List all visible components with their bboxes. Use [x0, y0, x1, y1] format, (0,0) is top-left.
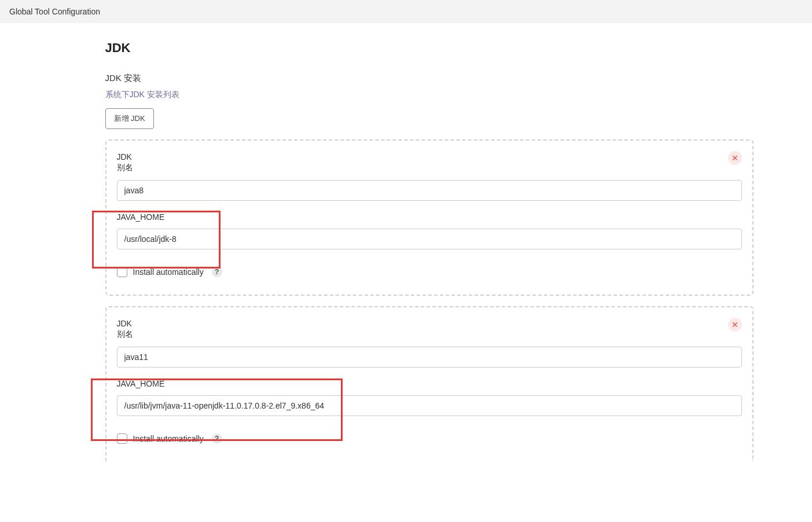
- install-auto-label: Install automatically: [133, 267, 204, 277]
- help-icon[interactable]: ?: [212, 433, 222, 444]
- close-icon: ✕: [732, 151, 738, 165]
- jdk-installation-box: ✕ JDK 别名 JAVA_HOME Install automatically…: [105, 139, 754, 296]
- help-icon[interactable]: ?: [212, 267, 222, 277]
- install-subtitle: 系统下JDK 安装列表: [105, 90, 754, 100]
- delete-installation-button[interactable]: ✕: [728, 151, 742, 165]
- install-label: JDK 安装: [105, 73, 754, 84]
- install-auto-row: Install automatically ?: [117, 433, 742, 444]
- delete-installation-button[interactable]: ✕: [728, 318, 742, 332]
- add-jdk-button[interactable]: 新增 JDK: [105, 108, 154, 129]
- javahome-label: JAVA_HOME: [117, 379, 742, 388]
- javahome-field-group: JAVA_HOME: [117, 379, 742, 416]
- content-area: JDK JDK 安装 系统下JDK 安装列表 新增 JDK ✕ JDK 别名 J…: [47, 23, 765, 473]
- page-header: Global Tool Configuration: [0, 0, 812, 23]
- javahome-input[interactable]: [117, 229, 742, 249]
- install-auto-checkbox[interactable]: [117, 433, 127, 444]
- javahome-field-group: JAVA_HOME: [117, 212, 742, 249]
- install-auto-label: Install automatically: [133, 434, 204, 443]
- jdk-type-label: JDK: [117, 152, 742, 161]
- alias-label: 别名: [117, 329, 742, 340]
- jdk-installation-box: ✕ JDK 别名 JAVA_HOME Install automatically…: [105, 306, 754, 461]
- install-auto-checkbox[interactable]: [117, 267, 127, 277]
- jdk-type-label: JDK: [117, 319, 742, 328]
- section-title: JDK: [105, 41, 754, 56]
- javahome-input[interactable]: [117, 395, 742, 416]
- install-auto-row: Install automatically ?: [117, 267, 742, 277]
- javahome-label: JAVA_HOME: [117, 212, 742, 222]
- alias-field-group: JDK 别名: [117, 319, 742, 367]
- alias-label: 别名: [117, 163, 742, 173]
- close-icon: ✕: [732, 318, 738, 332]
- page-title: Global Tool Configuration: [9, 7, 100, 16]
- alias-input[interactable]: [117, 347, 742, 367]
- alias-field-group: JDK 别名: [117, 152, 742, 201]
- alias-input[interactable]: [117, 180, 742, 201]
